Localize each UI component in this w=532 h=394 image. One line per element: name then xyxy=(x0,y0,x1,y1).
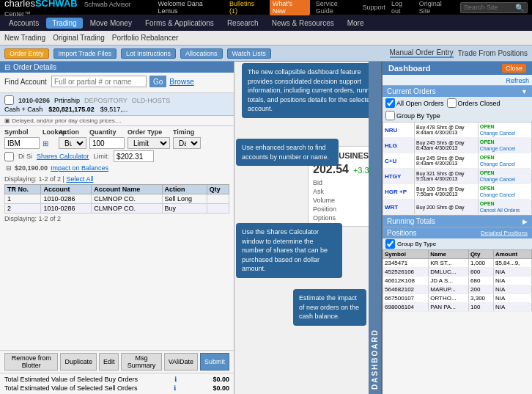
refresh-link[interactable]: Refresh xyxy=(506,77,529,84)
change-cancel-link[interactable]: Change Cancel xyxy=(480,146,515,151)
running-totals-expand[interactable]: ▶ xyxy=(522,218,528,225)
minus-icon[interactable]: ⊟ xyxy=(4,63,10,71)
search-icon[interactable]: 🔍 xyxy=(515,4,524,12)
limit-input[interactable] xyxy=(114,150,154,162)
change-cancel-link[interactable]: Change Cancel xyxy=(480,161,515,167)
col-order-type: Order Type xyxy=(128,128,171,136)
position-row: 46612K108 JD A S... 680 N/A xyxy=(383,277,532,285)
change-cancel-link[interactable]: Change Cancel xyxy=(480,131,515,136)
nav-accounts[interactable]: Accounts xyxy=(3,18,45,29)
account-checkbox[interactable] xyxy=(4,95,14,105)
positions-title: Positions xyxy=(387,229,417,237)
msg-summary-btn[interactable]: Msg Summary xyxy=(121,353,161,371)
main-content: ⊟ Order Details Find Account Go Browse 1… xyxy=(0,62,532,394)
submit-btn[interactable]: Submit xyxy=(200,353,229,371)
bid-label: Bid xyxy=(313,179,369,186)
select-all-link[interactable]: Select All xyxy=(66,175,93,183)
order-type-select[interactable]: LimitMarket xyxy=(128,137,170,149)
dashboard-tooltip: The new collapsible dashboard feature pr… xyxy=(242,63,369,118)
trade-from-positions-tab[interactable]: Trade From Positions xyxy=(458,49,528,57)
position-label: Position xyxy=(313,205,369,213)
remove-blotter-btn[interactable]: Remove from Blotter xyxy=(4,353,58,371)
close-dashboard-btn[interactable]: Close xyxy=(502,64,526,73)
info-icon2: ℹ xyxy=(174,384,176,392)
shares-calculator-link[interactable]: Shares Calculator xyxy=(37,153,89,160)
cancel-all-link[interactable]: Cancel All Orders xyxy=(480,208,520,213)
order-details-header: ⊟ Order Details xyxy=(0,62,234,73)
group-by-checkbox[interactable] xyxy=(385,111,395,120)
order-row: HLG Buy 245 Shrs @ Day 8:43am 4/30/2013 … xyxy=(383,138,532,153)
manual-order-entry-tab[interactable]: Manual Order Entry xyxy=(390,48,454,58)
logout-link[interactable]: Log out xyxy=(391,0,413,15)
order-symbol: NRU xyxy=(383,123,415,138)
sell-total-label: Total Estimated Value of Selected Sell O… xyxy=(4,384,137,392)
duplicate-btn[interactable]: Duplicate xyxy=(60,353,97,371)
volume-label: Volume xyxy=(313,197,369,204)
current-orders-expand[interactable]: ▼ xyxy=(521,88,528,95)
buy-total-label: Total Estimated Value of Selected Buy Or… xyxy=(4,376,138,383)
position-row: 452526106 DMLUC... 600 N/A xyxy=(383,268,532,277)
order-symbol: WRT xyxy=(383,200,415,215)
browse-link[interactable]: Browse xyxy=(169,78,193,86)
bulletins-link[interactable]: Bulletins (1) xyxy=(229,0,264,15)
lot-instructions-btn[interactable]: Lot Instructions xyxy=(121,48,176,59)
current-orders-title: Current Orders xyxy=(387,87,436,95)
account-number: 1010-0286 xyxy=(18,97,50,104)
allocations-btn[interactable]: Allocations xyxy=(180,48,223,59)
group-by-type-checkbox[interactable] xyxy=(385,239,395,249)
order-details: Buy 245 Shrs @ Day 8:43am 4/30/2013 xyxy=(415,153,479,169)
order-controls: All Open Orders Orders Closed Group By T… xyxy=(383,97,532,122)
nav-forms[interactable]: Forms & Applications xyxy=(139,18,220,29)
find-account-input[interactable] xyxy=(51,76,147,87)
action-select[interactable]: BuySell xyxy=(59,137,86,149)
nav-news[interactable]: News & Resources xyxy=(266,18,340,29)
lookup-icon[interactable]: ⊞ xyxy=(43,139,57,147)
est-value-amount: $20,190.00 xyxy=(15,164,48,172)
open-status: OPEN xyxy=(480,139,495,145)
group-by-type-label: Group By Type xyxy=(397,241,436,247)
col-action: Action xyxy=(162,185,207,194)
nav-bar: Accounts Trading Move Money Forms & Appl… xyxy=(0,15,532,31)
timing-select[interactable]: DayGTC xyxy=(173,137,201,149)
sub-nav-portfolio[interactable]: Portfolio Rebalancer xyxy=(112,34,179,42)
search-input[interactable] xyxy=(464,4,515,11)
order-row: NRU Buy 478 Shrs @ Day 8:44am 4/30/2013 … xyxy=(383,123,532,138)
limit-label: Limit: xyxy=(94,153,110,160)
find-account-section: Find Account Go Browse xyxy=(0,73,234,93)
all-open-label: All Open Orders xyxy=(385,98,444,108)
group-by-type: Group By Type xyxy=(383,238,532,249)
import-trade-btn[interactable]: Import Trade Files xyxy=(53,48,117,59)
service-guide-link[interactable]: Service Guide xyxy=(316,0,357,15)
edit-btn[interactable]: Edit xyxy=(99,353,119,371)
quantity-input[interactable] xyxy=(89,137,125,149)
sub-nav-original-trading[interactable]: Original Trading xyxy=(53,34,105,42)
impact-link[interactable]: Impact on Balances xyxy=(51,164,108,172)
nav-move-money[interactable]: Move Money xyxy=(84,18,138,29)
pos-col-symbol: Symbol xyxy=(383,250,429,259)
order-entry-btn[interactable]: Order Entry xyxy=(4,48,49,59)
order-row: HTGY Buy 321 Shrs @ Day 9:51am 4/30/2013… xyxy=(383,169,532,184)
nav-more[interactable]: More xyxy=(341,18,370,29)
support-link[interactable]: Support xyxy=(363,4,386,11)
table-row[interactable]: 1 1010-0286 CLMNOP CO. Sell Long xyxy=(5,194,229,204)
original-site-link[interactable]: Original Site xyxy=(419,0,454,15)
validate-btn[interactable]: VAliDate xyxy=(164,353,198,371)
di-si-checkbox[interactable] xyxy=(4,152,14,161)
nav-trading[interactable]: Trading xyxy=(46,18,83,29)
sub-nav-new-trading[interactable]: New Trading xyxy=(4,34,45,42)
whats-new-link[interactable]: What's New xyxy=(270,0,310,15)
orders-closed-checkbox[interactable] xyxy=(447,98,457,108)
running-totals-section: Running Totals ▶ xyxy=(383,215,532,227)
all-open-checkbox[interactable] xyxy=(385,98,395,108)
table-row[interactable]: 2 1010-0286 CLMNOP CO. Buy xyxy=(5,204,229,214)
change-cancel-link[interactable]: Change Cancel xyxy=(480,177,515,182)
watch-lists-btn[interactable]: Watch Lists xyxy=(227,48,271,59)
running-totals-title: Running Totals xyxy=(387,217,435,225)
change-cancel-link[interactable]: Change Cancel xyxy=(480,192,515,197)
go-button[interactable]: Go xyxy=(149,76,166,87)
nav-research[interactable]: Research xyxy=(221,18,265,29)
detailed-positions-link[interactable]: Detailed Positions xyxy=(481,230,528,236)
order-symbol: C+U xyxy=(383,153,415,169)
symbol-input[interactable] xyxy=(4,137,40,149)
account-name: Prtinship xyxy=(54,97,80,104)
